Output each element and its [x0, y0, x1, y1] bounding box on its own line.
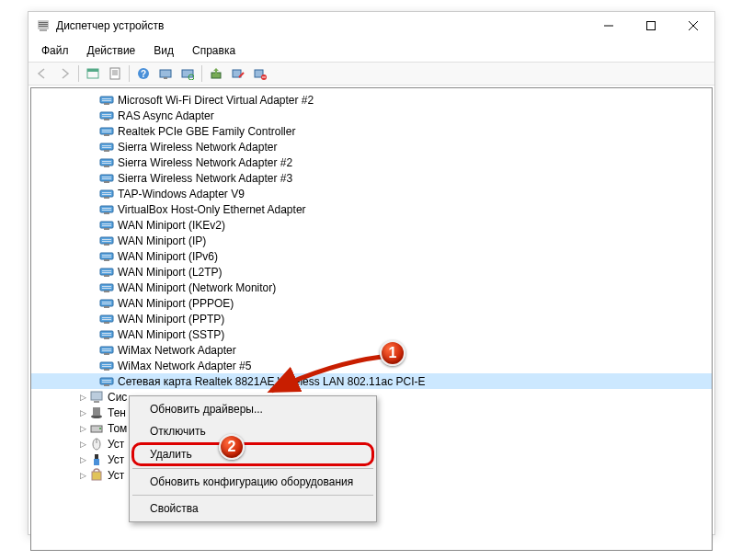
- device-label: WAN Miniport (PPPOE): [118, 297, 234, 310]
- ctx-disable[interactable]: Отключить: [131, 420, 374, 442]
- device-label: WAN Miniport (Network Monitor): [118, 281, 276, 294]
- device-item[interactable]: WAN Miniport (IKEv2): [31, 217, 712, 233]
- svg-rect-52: [102, 194, 111, 195]
- back-button[interactable]: [32, 63, 52, 84]
- device-item[interactable]: Microsoft Wi-Fi Direct Virtual Adapter #…: [31, 92, 712, 108]
- category-icon: [89, 406, 104, 420]
- device-item[interactable]: Sierra Wireless Network Adapter #2: [31, 154, 712, 170]
- svg-rect-33: [104, 119, 109, 120]
- svg-rect-89: [104, 337, 109, 339]
- svg-rect-35: [102, 130, 111, 131]
- device-item[interactable]: Sierra Wireless Network Adapter: [31, 139, 712, 154]
- device-item[interactable]: WAN Miniport (IPv6): [31, 248, 712, 264]
- forward-button[interactable]: [54, 63, 74, 84]
- device-item[interactable]: WAN Miniport (L2TP): [31, 264, 712, 280]
- ctx-properties[interactable]: Свойства: [131, 497, 374, 520]
- svg-rect-50: [100, 190, 113, 197]
- device-item[interactable]: RAS Async Adapter: [31, 108, 712, 123]
- svg-rect-42: [100, 159, 113, 166]
- expand-icon[interactable]: ▷: [77, 471, 88, 480]
- svg-rect-96: [102, 366, 111, 367]
- uninstall-device-button[interactable]: [250, 63, 270, 84]
- category-icon: [89, 468, 104, 483]
- device-item[interactable]: VirtualBox Host-Only Ethernet Adapter: [31, 201, 712, 217]
- device-item[interactable]: WAN Miniport (SSTP): [31, 326, 712, 342]
- svg-rect-48: [102, 178, 111, 179]
- svg-point-107: [99, 428, 101, 429]
- device-label: WAN Miniport (PPTP): [118, 313, 224, 326]
- menu-view[interactable]: Вид: [144, 41, 183, 60]
- svg-rect-110: [95, 454, 98, 459]
- help-button[interactable]: ?: [133, 63, 154, 84]
- scan-button[interactable]: [177, 63, 198, 84]
- show-all-button[interactable]: [83, 63, 103, 84]
- menu-help[interactable]: Справка: [183, 41, 245, 60]
- expand-icon[interactable]: ▷: [77, 440, 88, 449]
- view-button[interactable]: [155, 63, 176, 84]
- device-item[interactable]: WAN Miniport (IP): [31, 233, 712, 248]
- svg-rect-70: [100, 269, 113, 275]
- category-icon: [89, 390, 104, 405]
- svg-rect-111: [94, 459, 99, 465]
- svg-rect-79: [102, 302, 111, 303]
- device-item[interactable]: Sierra Wireless Network Adapter #3: [31, 170, 712, 186]
- svg-rect-90: [100, 347, 113, 353]
- svg-rect-40: [102, 147, 111, 148]
- svg-rect-53: [104, 197, 109, 199]
- svg-rect-73: [104, 275, 109, 277]
- svg-rect-45: [104, 166, 109, 167]
- properties-button[interactable]: [105, 63, 125, 84]
- svg-rect-47: [102, 177, 111, 177]
- svg-rect-67: [102, 255, 111, 256]
- device-item[interactable]: Realtek PCIe GBE Family Controller: [31, 123, 712, 139]
- device-label: Sierra Wireless Network Adapter #2: [118, 156, 292, 169]
- device-item[interactable]: WAN Miniport (Network Monitor): [31, 280, 712, 295]
- device-item[interactable]: TAP-Windows Adapter V9: [31, 186, 712, 201]
- svg-rect-49: [104, 181, 109, 183]
- svg-rect-2: [39, 24, 48, 25]
- minimize-button[interactable]: [588, 12, 630, 40]
- expand-icon[interactable]: ▷: [77, 408, 88, 417]
- network-adapter-icon: [99, 155, 114, 170]
- svg-rect-46: [100, 175, 113, 181]
- svg-rect-19: [182, 70, 193, 77]
- svg-rect-41: [104, 150, 109, 152]
- network-adapter-icon: [99, 171, 114, 186]
- network-adapter-icon: [99, 343, 114, 358]
- network-adapter-icon: [99, 280, 114, 295]
- network-adapter-icon: [99, 312, 114, 326]
- toolbar: ?: [29, 62, 714, 86]
- svg-rect-10: [87, 69, 98, 72]
- svg-rect-27: [102, 98, 111, 99]
- ctx-delete[interactable]: Удалить: [131, 442, 374, 466]
- svg-text:?: ?: [141, 69, 146, 79]
- disable-device-button[interactable]: [228, 63, 248, 84]
- expand-icon[interactable]: ▷: [77, 424, 88, 433]
- svg-rect-92: [102, 350, 111, 351]
- svg-rect-105: [93, 407, 100, 416]
- svg-rect-54: [100, 206, 113, 212]
- device-label: Realtek PCIe GBE Family Controller: [118, 125, 295, 138]
- device-label: WAN Miniport (IP): [118, 234, 206, 247]
- network-adapter-icon: [99, 93, 114, 108]
- ctx-rescan[interactable]: Обновить конфигурацию оборудования: [131, 471, 374, 493]
- device-label: WAN Miniport (IKEv2): [118, 219, 225, 232]
- svg-rect-76: [102, 288, 111, 289]
- device-item[interactable]: WAN Miniport (PPPOE): [31, 295, 712, 311]
- close-button[interactable]: [672, 12, 714, 40]
- svg-rect-98: [100, 378, 113, 384]
- device-label: TAP-Windows Adapter V9: [118, 188, 245, 200]
- update-driver-button[interactable]: [206, 63, 226, 84]
- category-label: Тен: [108, 406, 126, 419]
- device-item[interactable]: WAN Miniport (PPTP): [31, 311, 712, 326]
- menu-file[interactable]: Файл: [32, 41, 78, 60]
- svg-rect-66: [100, 253, 113, 259]
- menu-action[interactable]: Действие: [78, 41, 145, 60]
- expand-icon[interactable]: ▷: [77, 393, 88, 402]
- expand-icon[interactable]: ▷: [77, 455, 88, 464]
- svg-rect-68: [102, 257, 111, 257]
- category-icon: [89, 452, 104, 467]
- svg-rect-91: [102, 349, 111, 349]
- svg-rect-31: [102, 114, 111, 115]
- maximize-button[interactable]: [630, 12, 672, 40]
